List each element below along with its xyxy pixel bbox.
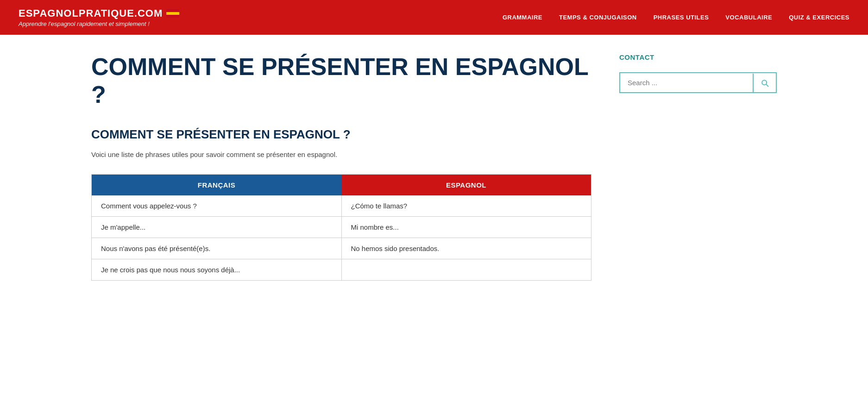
table-row: Je m'appelle...Mi nombre es... — [92, 216, 591, 238]
nav-quiz-exercices[interactable]: QUIZ & EXERCICES — [789, 14, 849, 21]
contact-link[interactable]: CONTACT — [619, 53, 777, 61]
col-header-espagnol: ESPAGNOL — [341, 174, 591, 195]
cell-espagnol: Mi nombre es... — [341, 216, 591, 238]
cell-francais: Comment vous appelez-vous ? — [92, 195, 342, 217]
page-title: COMMENT SE PRÉSENTER EN ESPAGNOL ? — [91, 53, 591, 109]
cell-francais: Je ne crois pas que nous nous soyons déj… — [92, 259, 342, 280]
tagline: Apprendre l'espagnol rapidement et simpl… — [19, 20, 179, 27]
search-input[interactable] — [620, 73, 753, 92]
nav-temps-conjugaison[interactable]: TEMPS & CONJUGAISON — [559, 14, 637, 21]
nav-phrases-utiles[interactable]: PHRASES UTILES — [654, 14, 709, 21]
content-area: COMMENT SE PRÉSENTER EN ESPAGNOL ? COMME… — [91, 53, 591, 281]
search-button[interactable] — [753, 74, 776, 92]
site-header: ESPAGNOLPRATIQUE.COM Apprendre l'espagno… — [0, 0, 868, 35]
cell-francais: Nous n'avons pas été présenté(e)s. — [92, 238, 342, 259]
intro-text: Voici une liste de phrases utiles pour s… — [91, 149, 591, 160]
nav-vocabulaire[interactable]: VOCABULAIRE — [725, 14, 772, 21]
cell-espagnol: No hemos sido presentados. — [341, 238, 591, 259]
cell-francais: Je m'appelle... — [92, 216, 342, 238]
cell-espagnol — [341, 259, 591, 280]
logo-text: ESPAGNOLPRATIQUE.COM — [19, 7, 163, 19]
section-heading: COMMENT SE PRÉSENTER EN ESPAGNOL ? — [91, 127, 591, 142]
col-header-francais: FRANÇAIS — [92, 174, 342, 195]
sidebar: CONTACT — [619, 53, 777, 281]
table-row: Nous n'avons pas été présenté(e)s.No hem… — [92, 238, 591, 259]
main-nav: GRAMMAIRE TEMPS & CONJUGAISON PHRASES UT… — [503, 14, 849, 21]
table-row: Comment vous appelez-vous ?¿Cómo te llam… — [92, 195, 591, 217]
brand: ESPAGNOLPRATIQUE.COM Apprendre l'espagno… — [19, 7, 179, 27]
phrase-table: FRANÇAIS ESPAGNOL Comment vous appelez-v… — [91, 174, 591, 281]
cell-espagnol: ¿Cómo te llamas? — [341, 195, 591, 217]
site-logo: ESPAGNOLPRATIQUE.COM — [19, 7, 179, 19]
spain-flag-icon — [166, 9, 179, 18]
nav-grammaire[interactable]: GRAMMAIRE — [503, 14, 542, 21]
search-icon — [760, 78, 769, 88]
main-wrapper: COMMENT SE PRÉSENTER EN ESPAGNOL ? COMME… — [63, 35, 805, 299]
search-box — [619, 72, 777, 93]
table-row: Je ne crois pas que nous nous soyons déj… — [92, 259, 591, 280]
